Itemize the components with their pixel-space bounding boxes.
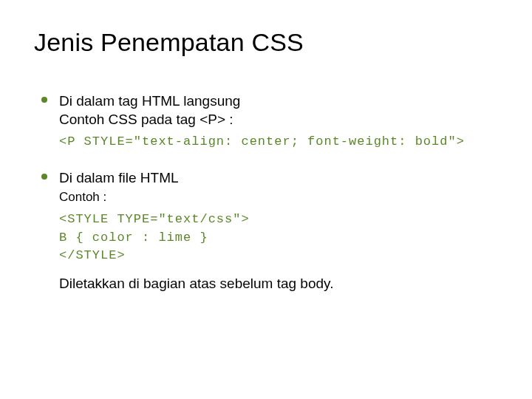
item-line: Contoh CSS pada tag <P> : (59, 111, 498, 129)
code-block: <STYLE TYPE="text/css"> B { color : lime… (59, 211, 498, 265)
item-line: Di dalam tag HTML langsung (59, 92, 498, 111)
item-footnote: Diletakkan di bagian atas sebelum tag bo… (59, 276, 498, 292)
slide-body: Di dalam tag HTML langsung Contoh CSS pa… (34, 92, 498, 292)
code-inline: <P STYLE="text-align: center; font-weigh… (59, 134, 498, 149)
slide: Jenis Penempatan CSS Di dalam tag HTML l… (0, 0, 532, 399)
bullet-icon (41, 97, 47, 103)
bullet-icon (41, 174, 47, 180)
bullet-item: Di dalam tag HTML langsung Contoh CSS pa… (59, 92, 498, 149)
bullet-item: Di dalam file HTML Contoh : <STYLE TYPE=… (59, 169, 498, 292)
slide-title: Jenis Penempatan CSS (34, 28, 498, 57)
item-line: Di dalam file HTML (59, 169, 498, 188)
item-subline: Contoh : (59, 189, 498, 206)
